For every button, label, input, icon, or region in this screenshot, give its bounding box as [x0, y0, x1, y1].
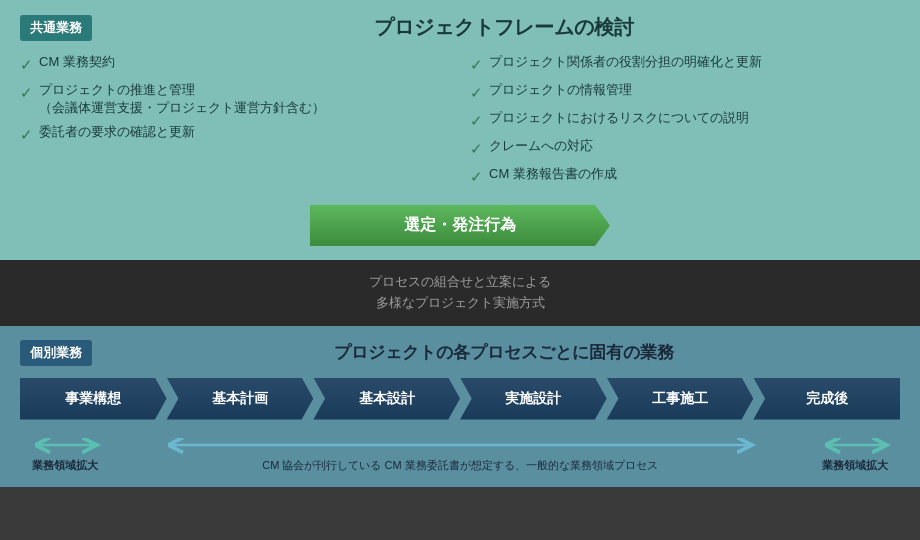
center-double-arrow-icon [160, 434, 760, 456]
left-label: 業務領域拡大 [32, 458, 98, 473]
item-text: プロジェクトの情報管理 [489, 81, 632, 99]
check-icon: ✓ [470, 82, 483, 103]
bottom-section: 個別業務 プロジェクトの各プロセスごとに固有の業務 事業構想 基本計画 基本設計… [0, 326, 920, 487]
item-text: プロジェクト関係者の役割分担の明確化と更新 [489, 53, 762, 71]
green-arrow-container: 選定・発注行為 [20, 205, 900, 246]
list-item: ✓ 委託者の要求の確認と更新 [20, 123, 450, 145]
right-column: ✓ プロジェクト関係者の役割分担の明確化と更新 ✓ プロジェクトの情報管理 ✓ … [470, 53, 900, 193]
badge-kyotsu: 共通業務 [20, 15, 92, 41]
check-icon: ✓ [20, 82, 33, 103]
item-text: CM 業務報告書の作成 [489, 165, 617, 183]
check-icon: ✓ [470, 110, 483, 131]
item-text: 委託者の要求の確認と更新 [39, 123, 195, 141]
badge-kobetsu: 個別業務 [20, 340, 92, 366]
process-item-jigyokoso: 事業構想 [20, 378, 167, 420]
top-header: 共通業務 プロジェクトフレームの検討 [20, 14, 900, 41]
left-column: ✓ CM 業務契約 ✓ プロジェクトの推進と管理（会議体運営支援・プロジェクト運… [20, 53, 450, 193]
check-icon: ✓ [470, 138, 483, 159]
process-item-kihonkeikaku: 基本計画 [167, 378, 314, 420]
item-text: クレームへの対応 [489, 137, 593, 155]
right-label: 業務領域拡大 [822, 458, 888, 473]
center-label: CM 協会が刊行している CM 業務委託書が想定する、一般的な業務領域プロセス [262, 458, 657, 473]
right-double-arrow-icon [815, 434, 895, 456]
item-text: プロジェクトにおけるリスクについての説明 [489, 109, 749, 127]
list-item: ✓ CM 業務報告書の作成 [470, 165, 900, 187]
bottom-title: プロジェクトの各プロセスごとに固有の業務 [108, 341, 900, 364]
process-item-kihonsekke: 基本設計 [313, 378, 460, 420]
item-text: プロジェクトの推進と管理（会議体運営支援・プロジェクト運営方針含む） [39, 81, 325, 117]
process-row: 事業構想 基本計画 基本設計 実施設計 工事施工 完成後 [20, 378, 900, 420]
list-item: ✓ プロジェクトの情報管理 [470, 81, 900, 103]
left-double-arrow-icon [25, 434, 105, 456]
process-item-jissisekke: 実施設計 [460, 378, 607, 420]
list-item: ✓ CM 業務契約 [20, 53, 450, 75]
check-icon: ✓ [20, 54, 33, 75]
center-arrow-wrap: CM 協会が刊行している CM 業務委託書が想定する、一般的な業務領域プロセス [110, 434, 810, 473]
bottom-arrows-container: 業務領域拡大 CM 協会が刊行している CM 業務委託書が想定する、一般的な業務… [20, 434, 900, 473]
process-item-koji: 工事施工 [607, 378, 754, 420]
list-item: ✓ プロジェクト関係者の役割分担の明確化と更新 [470, 53, 900, 75]
list-item: ✓ プロジェクトの推進と管理（会議体運営支援・プロジェクト運営方針含む） [20, 81, 450, 117]
top-content: ✓ CM 業務契約 ✓ プロジェクトの推進と管理（会議体運営支援・プロジェクト運… [20, 53, 900, 193]
middle-line2: 多様なプロジェクト実施方式 [376, 295, 545, 310]
item-text: CM 業務契約 [39, 53, 115, 71]
top-section: 共通業務 プロジェクトフレームの検討 ✓ CM 業務契約 ✓ プロジェクトの推進… [0, 0, 920, 260]
process-item-kanseigo: 完成後 [753, 378, 900, 420]
list-item: ✓ クレームへの対応 [470, 137, 900, 159]
check-icon: ✓ [470, 166, 483, 187]
green-arrow-button: 選定・発注行為 [310, 205, 610, 246]
check-icon: ✓ [470, 54, 483, 75]
bottom-header: 個別業務 プロジェクトの各プロセスごとに固有の業務 [20, 340, 900, 366]
list-item: ✓ プロジェクトにおけるリスクについての説明 [470, 109, 900, 131]
middle-line1: プロセスの組合せと立案による [369, 274, 551, 289]
left-arrow-wrap: 業務領域拡大 [20, 434, 110, 473]
middle-section: プロセスの組合せと立案による 多様なプロジェクト実施方式 [0, 260, 920, 326]
middle-text: プロセスの組合せと立案による 多様なプロジェクト実施方式 [20, 272, 900, 314]
right-arrow-wrap: 業務領域拡大 [810, 434, 900, 473]
check-icon: ✓ [20, 124, 33, 145]
top-title: プロジェクトフレームの検討 [108, 14, 900, 41]
